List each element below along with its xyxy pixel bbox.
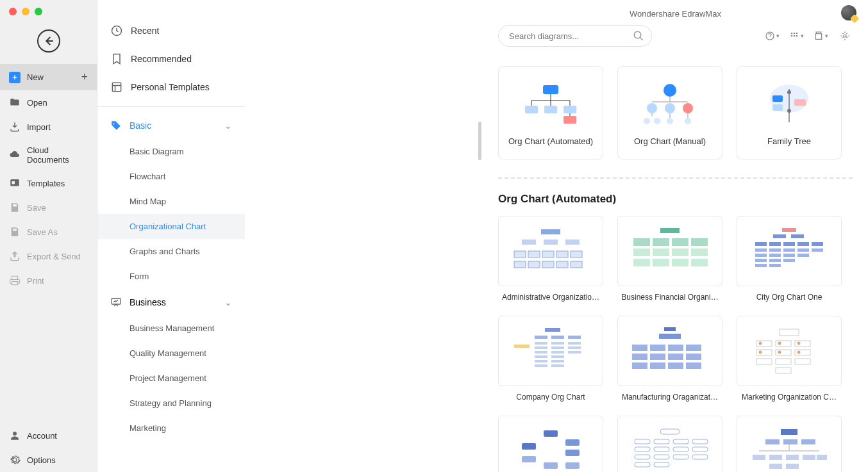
nav-label: Import (27, 122, 51, 132)
subcat-basic-diagram[interactable]: Basic Diagram (97, 139, 245, 164)
template-item[interactable]: Marketing Organization C… (737, 316, 842, 402)
sidebar-recommended[interactable]: Recommended (97, 45, 245, 73)
nav-options[interactable]: Options (0, 448, 97, 472)
subcat-form[interactable]: Form (97, 264, 245, 289)
svg-rect-59 (571, 261, 582, 268)
nav-new[interactable]: + New + (0, 64, 97, 90)
nav-account[interactable]: Account (0, 423, 97, 448)
help-button[interactable]: ▾ (764, 28, 780, 44)
card-org-chart-automated[interactable]: Org Chart (Automated) (498, 66, 603, 159)
share-button[interactable]: ▾ (813, 28, 828, 44)
svg-rect-162 (635, 455, 650, 459)
template-item[interactable]: School Organization chart (737, 416, 842, 472)
nav-cloud-documents[interactable]: Cloud Documents (0, 139, 97, 171)
template-item[interactable]: Sales organization chart (617, 416, 722, 472)
template-preview (498, 316, 603, 386)
add-icon[interactable]: + (81, 70, 88, 84)
svg-rect-62 (653, 238, 669, 246)
svg-point-14 (844, 35, 846, 37)
svg-rect-176 (786, 455, 799, 460)
svg-rect-21 (525, 106, 538, 113)
template-item[interactable]: Business Financial Organi… (617, 216, 722, 302)
search-box (498, 25, 652, 47)
subcat-marketing[interactable]: Marketing (97, 416, 245, 441)
svg-rect-174 (753, 455, 765, 460)
svg-rect-125 (632, 362, 647, 369)
apps-button[interactable]: ▾ (789, 28, 804, 44)
svg-rect-83 (783, 248, 795, 252)
svg-point-33 (654, 118, 660, 124)
svg-rect-124 (686, 354, 701, 360)
svg-rect-81 (755, 248, 767, 252)
svg-rect-159 (654, 447, 669, 452)
svg-point-12 (793, 35, 795, 37)
svg-rect-88 (783, 254, 795, 257)
card-family-tree[interactable]: Family Tree (737, 66, 842, 159)
svg-rect-94 (769, 264, 781, 267)
subcat-flowchart[interactable]: Flowchart (97, 164, 245, 189)
subcat-quality-management[interactable]: Quality Management (97, 341, 245, 366)
nav-save: Save (0, 195, 97, 220)
template-item[interactable]: Manufacturing Oraganizat… (617, 316, 722, 402)
template-item[interactable]: City Org Chart One (737, 216, 842, 302)
svg-rect-110 (535, 360, 547, 362)
svg-rect-64 (691, 238, 708, 246)
close-window-icon[interactable] (9, 8, 17, 15)
nav-label: Templates (27, 179, 65, 188)
category-basic[interactable]: Basic ⌄ (97, 112, 245, 139)
svg-point-9 (793, 33, 795, 35)
save-icon (9, 202, 21, 213)
svg-point-32 (644, 118, 650, 124)
svg-rect-51 (528, 251, 540, 257)
sidebar-personal-templates[interactable]: Personal Templates (97, 73, 245, 101)
template-item[interactable]: Company Org Chart (498, 316, 603, 402)
template-preview (617, 316, 722, 386)
titlebar: Wondershare EdrawMax (483, 0, 868, 25)
sidebar-label: Recommended (131, 54, 192, 64)
svg-point-145 (797, 351, 801, 354)
nav-open[interactable]: Open (0, 90, 97, 115)
svg-rect-96 (535, 336, 547, 339)
subcat-project-management[interactable]: Project Management (97, 366, 245, 391)
template-preview (737, 216, 842, 286)
category-business[interactable]: Business ⌄ (97, 289, 245, 316)
svg-rect-41 (772, 95, 783, 102)
subcat-business-management[interactable]: Business Management (97, 316, 245, 341)
nav-templates[interactable]: Templates (0, 171, 97, 195)
maximize-window-icon[interactable] (35, 8, 42, 15)
svg-point-2 (13, 432, 17, 435)
print-icon (9, 275, 21, 286)
card-label: Org Chart (Automated) (508, 136, 593, 146)
back-button[interactable] (37, 29, 60, 53)
svg-rect-99 (535, 342, 547, 345)
svg-rect-78 (783, 242, 795, 246)
avatar[interactable] (841, 5, 856, 20)
settings-button[interactable] (837, 28, 853, 44)
svg-rect-170 (783, 439, 797, 444)
nav-import[interactable]: Import (0, 115, 97, 139)
section-title: Org Chart (Automated) (498, 193, 853, 206)
subcat-mind-map[interactable]: Mind Map (97, 189, 245, 214)
svg-rect-149 (565, 450, 580, 456)
svg-rect-180 (786, 464, 799, 469)
template-item[interactable]: Organization Chart of Sal… (498, 416, 603, 472)
search-icon[interactable] (633, 30, 644, 44)
svg-rect-168 (781, 429, 797, 435)
template-item[interactable]: Administrative Organizatio… (498, 216, 603, 302)
svg-rect-56 (528, 261, 540, 268)
subcat-organizational-chart[interactable]: Organizational Chart (97, 214, 245, 239)
svg-rect-167 (654, 462, 669, 467)
svg-rect-138 (795, 359, 810, 364)
scrollbar-thumb[interactable] (478, 122, 481, 160)
subcat-strategy-planning[interactable]: Strategy and Planning (97, 391, 245, 416)
minimize-window-icon[interactable] (22, 8, 29, 15)
svg-rect-113 (551, 364, 564, 367)
search-input[interactable] (498, 25, 652, 47)
card-org-chart-manual[interactable]: Org Chart (Manual) (617, 66, 722, 159)
svg-rect-111 (551, 360, 564, 362)
svg-rect-71 (672, 259, 689, 266)
subcat-graphs-and-charts[interactable]: Graphs and Charts (97, 239, 245, 264)
sidebar-recent[interactable]: Recent (97, 17, 245, 45)
svg-rect-52 (542, 251, 554, 257)
template-name: Business Financial Organi… (617, 286, 722, 302)
